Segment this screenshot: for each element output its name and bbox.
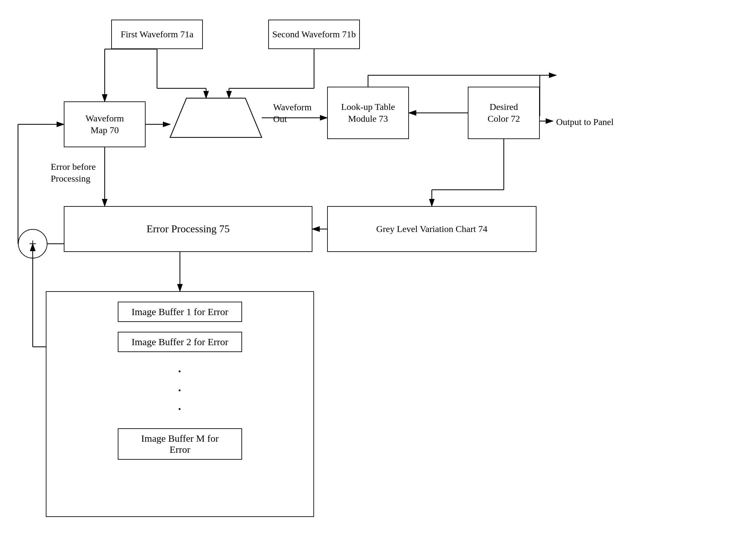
bufferM-box: Image Buffer M for Error xyxy=(118,428,242,460)
second-waveform-box: Second Waveform 71b xyxy=(268,20,360,49)
dots: ··· xyxy=(178,362,182,418)
diagram: First Waveform 71a Second Waveform 71b W… xyxy=(0,0,756,550)
waveform-out-label: WaveformOut xyxy=(273,101,311,125)
desired-color-box: DesiredColor 72 xyxy=(468,87,540,139)
error-processing-label: Error Processing 75 xyxy=(147,222,230,236)
buffer2-box: Image Buffer 2 for Error xyxy=(118,332,242,352)
output-to-panel-label: Output to Panel xyxy=(556,116,614,128)
grey-level-box: Grey Level Variation Chart 74 xyxy=(327,206,536,252)
image-buffers-container: Image Buffer 1 for Error Image Buffer 2 … xyxy=(46,291,314,517)
buffer1-label: Image Buffer 1 for Error xyxy=(132,306,228,317)
first-waveform-label: First Waveform 71a xyxy=(121,28,194,40)
second-waveform-label: Second Waveform 71b xyxy=(272,28,356,40)
summing-junction: + xyxy=(18,229,47,258)
error-before-label: Error beforeProcessing xyxy=(51,161,96,185)
mux-label: MUX xyxy=(202,108,225,121)
waveform-map-box: WaveformMap 70 xyxy=(64,101,146,147)
error-processing-box: Error Processing 75 xyxy=(64,206,312,252)
buffer1-box: Image Buffer 1 for Error xyxy=(118,302,242,322)
buffer2-label: Image Buffer 2 for Error xyxy=(132,336,228,347)
bufferM-label: Image Buffer M for Error xyxy=(141,433,219,455)
waveform-map-label: WaveformMap 70 xyxy=(85,113,124,136)
desired-color-label: DesiredColor 72 xyxy=(488,101,520,125)
grey-level-label: Grey Level Variation Chart 74 xyxy=(376,223,487,235)
lookup-table-label: Look-up TableModule 73 xyxy=(341,101,395,125)
lookup-table-box: Look-up TableModule 73 xyxy=(327,87,409,139)
first-waveform-box: First Waveform 71a xyxy=(111,20,203,49)
plus-symbol: + xyxy=(29,236,37,252)
